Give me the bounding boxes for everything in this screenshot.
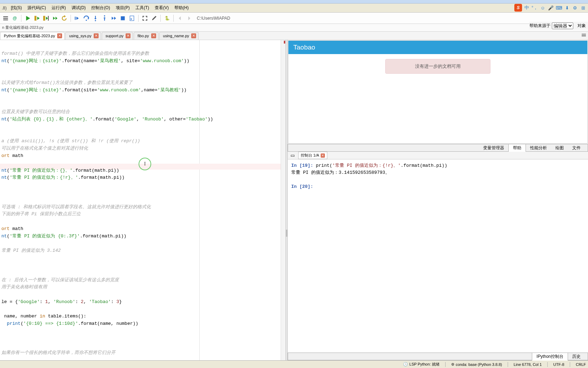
sogou-icon[interactable]: S [514, 4, 522, 12]
svg-point-4 [86, 19, 87, 20]
doc-pane-tab[interactable]: 变量管理器 [479, 144, 508, 152]
console-pane-tabs: IPython控制台历史 [288, 353, 588, 360]
help-pane: Taobao 没有进一步的文档可用 [288, 40, 588, 144]
close-icon[interactable]: ✕ [321, 153, 325, 158]
editor-tab-label: using_name.py [163, 34, 189, 38]
ime-download-icon[interactable]: ⬇ [563, 4, 570, 11]
preferences-icon[interactable] [150, 14, 158, 22]
svg-point-6 [104, 15, 105, 16]
ipython-console[interactable]: In [19]: print('常量 PI 的值近似为：{!r}。'.forma… [288, 159, 588, 353]
ime-lang-icon[interactable]: 中 [523, 4, 530, 11]
indent-icon[interactable] [1, 14, 10, 22]
tab-menu-icon[interactable] [581, 32, 587, 38]
status-cursor[interactable]: Line 6778, Col 1 [514, 362, 542, 367]
back-icon[interactable] [176, 14, 184, 22]
editor-tab[interactable]: support.py✕ [102, 32, 133, 40]
status-lsp[interactable]: 🕓 LSP Python: 就绪 [403, 362, 440, 367]
debug-start-icon[interactable] [73, 14, 81, 22]
debug-file-icon[interactable] [128, 14, 136, 22]
menu-item[interactable]: 运行(R) [49, 4, 69, 12]
breadcrumb: n 量化编程基础-2023.py [0, 24, 588, 32]
ime-mic-icon[interactable]: 🎤 [547, 4, 554, 11]
at-icon[interactable]: @ [11, 14, 19, 22]
close-icon[interactable]: ✕ [94, 33, 99, 38]
doc-pane-tab[interactable]: 绘图 [551, 144, 568, 152]
close-icon[interactable]: ✕ [151, 33, 156, 38]
status-conda[interactable]: ⊚ conda: base (Python 3.8.8) [451, 362, 502, 367]
ime-settings-icon[interactable]: ⚙ [572, 4, 579, 11]
help-object-label: 对象 [577, 23, 586, 29]
editor-tab-label: using_sys.py [69, 34, 92, 38]
working-dir: C:\Users\MIAPAD [197, 16, 230, 21]
help-no-doc-alert: 没有进一步的文档可用 [385, 59, 490, 74]
run-cell-advance-icon[interactable] [42, 14, 50, 22]
step-over-icon[interactable] [82, 14, 91, 22]
continue-icon[interactable] [109, 14, 118, 22]
console-tab-row: ▭ 控制台 1/A ✕ [288, 152, 588, 159]
console-pane-tab[interactable]: IPython控制台 [532, 353, 568, 361]
editor-tab[interactable]: fibo.py✕ [134, 32, 158, 40]
doc-pane-tab[interactable]: 文件 [568, 144, 585, 152]
console-tab-label: 控制台 1/A [301, 153, 319, 158]
help-source-bar: 帮助来源于 编辑器 对象 [529, 22, 588, 29]
doc-pane-tab[interactable]: 性能分析 [526, 144, 551, 152]
menu-item[interactable]: 源代码(C) [25, 4, 49, 12]
menubar: .8) [找(S)源代码(C)运行(R)调试(D)控制台(O)项目(P)工具(T… [0, 4, 588, 13]
stop-icon[interactable] [119, 14, 127, 22]
close-icon[interactable]: ✕ [191, 33, 196, 38]
close-icon[interactable]: ✕ [126, 33, 131, 38]
help-source-label: 帮助来源于 [529, 23, 550, 29]
ime-emoji-icon[interactable]: ☺ [539, 4, 546, 11]
toolbar: @ 🐍 C:\Users\MIAPAD [0, 13, 588, 24]
statusbar: 🕓 LSP Python: 就绪 ⊚ conda: base (Python 3… [0, 360, 588, 368]
panel-splitter[interactable] [286, 40, 288, 360]
window-title-bar [0, 0, 588, 4]
svg-rect-8 [130, 16, 134, 21]
menu-item[interactable]: 查看(V) [152, 4, 172, 12]
svg-rect-7 [121, 16, 125, 20]
help-source-select[interactable]: 编辑器 [552, 22, 573, 29]
editor-tab[interactable]: using_name.py✕ [159, 32, 199, 40]
fullscreen-icon[interactable] [141, 14, 149, 22]
ime-grid-icon[interactable]: ⊞ [580, 4, 587, 11]
window-title-fragment: .8) [1, 6, 7, 11]
editor-tab-label: fibo.py [138, 34, 149, 38]
svg-point-5 [95, 20, 96, 21]
menu-item[interactable]: 控制台(O) [88, 4, 113, 12]
editor-tab[interactable]: Python 量化编程基础-2023.py✕ [0, 32, 65, 40]
help-pane-tabs: 变量管理器帮助性能分析绘图文件 [288, 144, 588, 152]
console-menu-icon[interactable]: ▭ [289, 153, 296, 158]
step-into-icon[interactable] [91, 14, 100, 22]
menu-item[interactable]: [找(S) [8, 4, 25, 12]
editor-tab[interactable]: using_sys.py✕ [65, 32, 101, 40]
run-next-icon[interactable] [51, 14, 59, 22]
close-icon[interactable]: ✕ [57, 33, 62, 38]
svg-rect-2 [48, 16, 49, 21]
ime-punct-icon[interactable]: °， [531, 4, 538, 11]
menu-item[interactable]: 调试(D) [69, 4, 89, 12]
menu-item[interactable]: 项目(P) [113, 4, 133, 12]
ime-write-icon[interactable]: ⌨ [555, 4, 562, 11]
menu-item[interactable]: 帮助(H) [172, 4, 192, 12]
restart-icon[interactable] [60, 14, 68, 22]
console-tab[interactable]: 控制台 1/A ✕ [298, 152, 327, 159]
doc-pane-tab[interactable]: 帮助 [508, 144, 526, 152]
menu-item[interactable]: 工具(T) [133, 4, 152, 12]
python-icon[interactable]: 🐍 [163, 14, 171, 22]
status-eol[interactable]: CRLF [576, 362, 586, 367]
svg-rect-3 [75, 17, 75, 20]
run-icon[interactable] [24, 14, 32, 22]
status-encoding[interactable]: UTF-8 [553, 362, 564, 367]
editor-tab-label: Python 量化编程基础-2023.py [4, 33, 55, 39]
help-title: Taobao [288, 41, 587, 54]
editor-tabs: Python 量化编程基础-2023.py✕using_sys.py✕suppo… [0, 32, 588, 40]
forward-icon[interactable] [185, 14, 193, 22]
svg-rect-0 [34, 16, 36, 21]
svg-rect-1 [43, 16, 45, 21]
editor-tab-label: support.py [106, 34, 123, 38]
step-out-icon[interactable] [100, 14, 109, 22]
console-pane-tab[interactable]: 历史 [568, 353, 585, 360]
editor[interactable]: format() 中使用了关键字参数，那么它们的值会指向使用该名字的参数nt('… [0, 40, 286, 360]
breadcrumb-item[interactable]: n 量化编程基础-2023.py [2, 25, 44, 30]
run-cell-icon[interactable] [33, 14, 41, 22]
